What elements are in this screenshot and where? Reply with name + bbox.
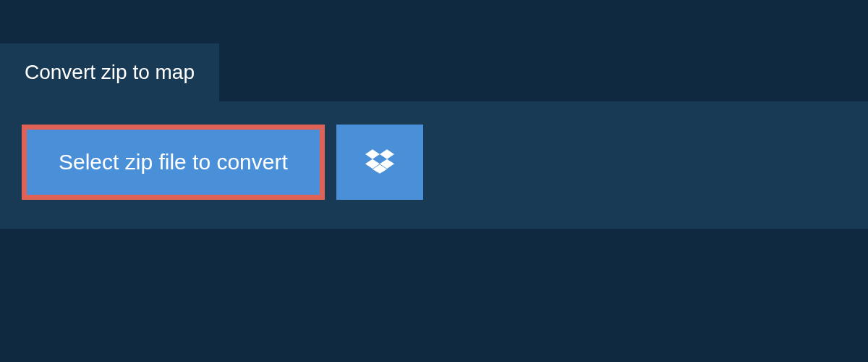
upload-panel: Select zip file to convert bbox=[0, 101, 868, 229]
page-title: Convert zip to map bbox=[25, 61, 195, 83]
select-file-button[interactable]: Select zip file to convert bbox=[22, 125, 325, 200]
dropbox-icon bbox=[365, 147, 394, 178]
dropbox-button[interactable] bbox=[336, 125, 423, 200]
page-title-tab: Convert zip to map bbox=[0, 43, 219, 101]
button-row: Select zip file to convert bbox=[22, 125, 846, 200]
select-file-label: Select zip file to convert bbox=[59, 150, 288, 174]
